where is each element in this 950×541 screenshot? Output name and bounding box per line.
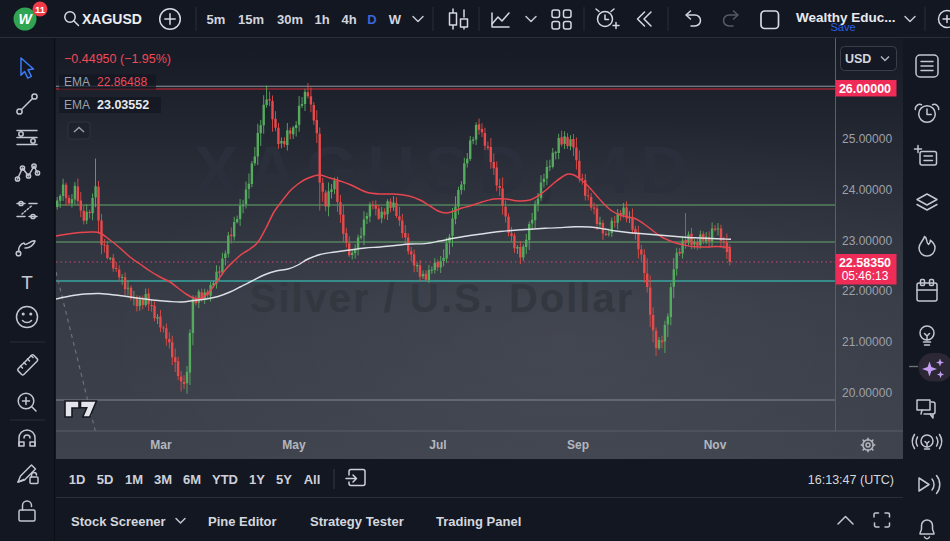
svg-text:22.58350: 22.58350: [839, 256, 891, 270]
svg-text:EMA: EMA: [64, 75, 90, 89]
svg-text:1Y: 1Y: [249, 472, 265, 487]
svg-text:16:13:47 (UTC): 16:13:47 (UTC): [808, 473, 894, 487]
svg-text:1h: 1h: [314, 12, 329, 27]
svg-text:1D: 1D: [69, 472, 86, 487]
svg-text:24.00000: 24.00000: [842, 183, 892, 197]
svg-text:4h: 4h: [341, 12, 356, 27]
svg-text:T: T: [21, 272, 33, 293]
svg-text:15m: 15m: [238, 12, 264, 27]
svg-text:Mar: Mar: [150, 438, 172, 452]
svg-text:Pine Editor: Pine Editor: [208, 514, 277, 529]
svg-text:Save: Save: [830, 21, 855, 33]
svg-text:Jul: Jul: [429, 438, 446, 452]
svg-text:Silver / U.S. Dollar: Silver / U.S. Dollar: [250, 276, 635, 320]
svg-text:5m: 5m: [207, 12, 226, 27]
svg-text:1M: 1M: [125, 472, 143, 487]
svg-text:XAGUSD, 4D: XAGUSD, 4D: [194, 133, 697, 207]
svg-text:30m: 30m: [277, 12, 303, 27]
svg-text:D: D: [367, 12, 376, 27]
svg-text:26.00000: 26.00000: [839, 82, 891, 96]
svg-text:Trading Panel: Trading Panel: [436, 514, 521, 529]
svg-text:Strategy Tester: Strategy Tester: [310, 514, 404, 529]
svg-text:−0.44950 (−1.95%): −0.44950 (−1.95%): [64, 52, 171, 66]
svg-text:W: W: [389, 12, 402, 27]
svg-text:EMA: EMA: [64, 98, 90, 112]
svg-text:22.86488: 22.86488: [97, 75, 147, 89]
svg-text:Sep: Sep: [567, 438, 589, 452]
svg-text:May: May: [282, 438, 306, 452]
svg-text:11: 11: [35, 4, 46, 15]
svg-text:05:46:13: 05:46:13: [842, 269, 889, 283]
svg-text:YTD: YTD: [212, 472, 238, 487]
svg-text:20.00000: 20.00000: [842, 386, 892, 400]
svg-text:USD: USD: [845, 52, 871, 66]
svg-text:5D: 5D: [97, 472, 114, 487]
svg-text:23.03552: 23.03552: [97, 98, 149, 112]
svg-text:23.00000: 23.00000: [842, 234, 892, 248]
svg-text:5Y: 5Y: [276, 472, 292, 487]
svg-text:All: All: [304, 472, 321, 487]
svg-text:21.00000: 21.00000: [842, 335, 892, 349]
svg-text:XAGUSD: XAGUSD: [82, 11, 142, 27]
svg-text:W: W: [18, 11, 33, 27]
svg-text:Stock Screener: Stock Screener: [71, 514, 166, 529]
svg-text:3M: 3M: [154, 472, 172, 487]
svg-text:22.00000: 22.00000: [842, 284, 892, 298]
svg-text:6M: 6M: [183, 472, 201, 487]
svg-text:25.00000: 25.00000: [842, 132, 892, 146]
svg-text:Nov: Nov: [704, 438, 727, 452]
